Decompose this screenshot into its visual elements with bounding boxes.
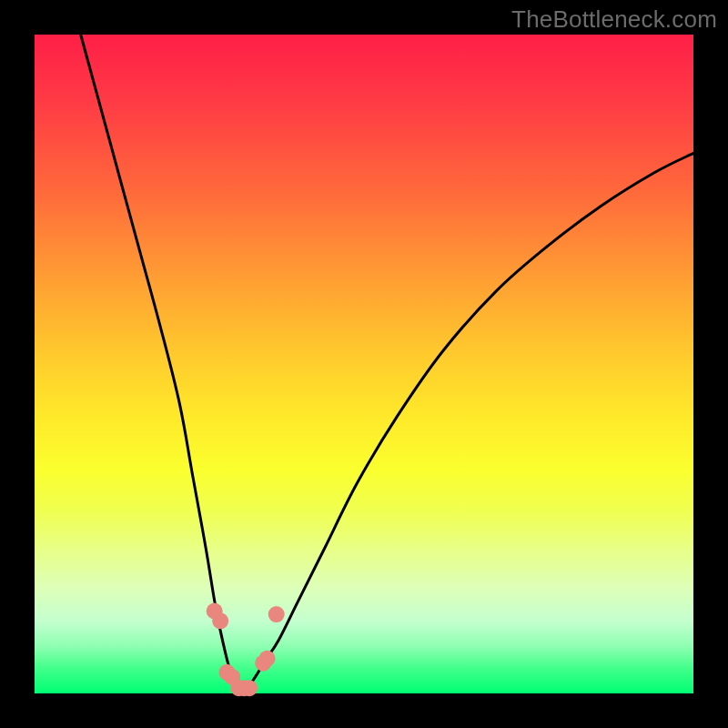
chart-frame: TheBottleneck.com [0, 0, 728, 728]
chart-svg [35, 35, 693, 693]
bottleneck-curve [81, 35, 693, 692]
data-point [259, 651, 276, 667]
data-point [268, 606, 285, 622]
data-point [241, 680, 258, 696]
watermark-text: TheBottleneck.com [511, 5, 717, 34]
plot-area [35, 35, 693, 693]
data-point [212, 612, 228, 629]
